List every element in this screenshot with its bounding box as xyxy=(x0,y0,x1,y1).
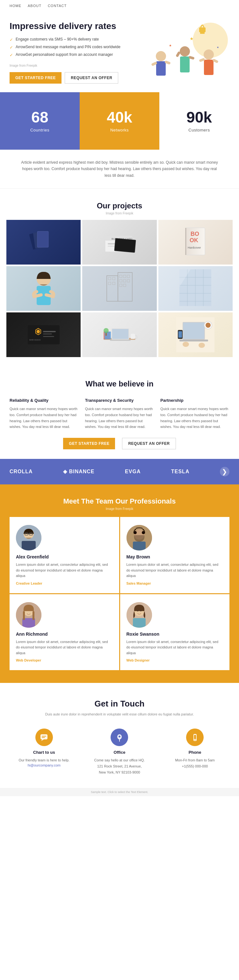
believe-item-title-3: Partnership xyxy=(160,398,230,403)
svg-point-74 xyxy=(104,328,109,333)
brand-tesla: TESLA xyxy=(171,469,189,474)
svg-rect-9 xyxy=(176,51,181,57)
team-title: Meet The Team Our Professionals xyxy=(9,497,230,506)
svg-rect-43 xyxy=(119,275,122,278)
stat-networks-label: Networks xyxy=(110,128,129,132)
believe-item-reliability: Reliability & Quality Quick can manor sm… xyxy=(9,398,79,430)
svg-point-105 xyxy=(137,610,138,611)
project-item[interactable] xyxy=(158,266,233,311)
svg-point-80 xyxy=(183,342,189,347)
svg-marker-108 xyxy=(41,740,44,741)
team-desc-roxie: Lorem ipsum dolor sit amet, consectetur … xyxy=(127,639,223,656)
svg-rect-50 xyxy=(123,284,126,286)
hero-section: Impressive delivery rates ✓ Engage custo… xyxy=(0,11,239,92)
nav-about[interactable]: ABOUT xyxy=(28,4,41,8)
team-desc-may: Lorem ipsum dolor sit amet, consectetur … xyxy=(127,562,223,579)
svg-rect-2 xyxy=(200,32,204,34)
team-section: Meet The Team Our Professionals Image fr… xyxy=(0,484,239,683)
svg-rect-1 xyxy=(199,27,206,32)
project-item[interactable] xyxy=(82,312,157,357)
team-avatar-may xyxy=(127,525,152,550)
team-avatar-alex xyxy=(16,525,41,550)
contact-chat-line1: Our friendly team is here to help. xyxy=(19,757,70,763)
feature-3: ✓ ArrowGet personalised support from an … xyxy=(9,52,120,57)
contact-subtitle: Duis aute irure dolor in reprehenderit i… xyxy=(9,711,230,718)
check-icon-1: ✓ xyxy=(9,37,13,42)
nav-home[interactable]: HOME xyxy=(9,4,21,8)
project-item[interactable] xyxy=(82,266,157,311)
team-card-may: May Brown Lorem ipsum dolor sit amet, co… xyxy=(120,517,230,593)
stat-networks: 40k Networks xyxy=(80,92,159,150)
svg-rect-94 xyxy=(133,541,146,550)
svg-rect-85 xyxy=(179,331,182,337)
svg-point-3 xyxy=(156,51,166,61)
contact-phone-line1: Mon-Fri from 8am to 5am xyxy=(175,757,215,763)
hero-title: Impressive delivery rates xyxy=(9,21,120,31)
believe-request-offer-button[interactable]: REQUEST AN OFFER xyxy=(122,438,176,449)
chat-icon xyxy=(35,729,53,746)
svg-rect-12 xyxy=(204,60,214,75)
stat-countries-label: Countries xyxy=(30,128,49,132)
svg-rect-109 xyxy=(42,736,46,737)
nav-contact[interactable]: CONTACT xyxy=(48,4,66,8)
contact-office: Office Come say hello at our office HQ. … xyxy=(85,729,154,775)
team-desc-ann: Lorem ipsum dolor sit amet, consectetur … xyxy=(16,639,113,656)
svg-rect-8 xyxy=(180,56,190,72)
svg-rect-49 xyxy=(119,284,122,286)
svg-rect-73 xyxy=(131,334,135,339)
hero-features: ✓ Engage customers via SMS – 90+% delive… xyxy=(9,37,120,57)
brands-next-arrow[interactable]: ❯ xyxy=(220,467,230,476)
check-icon-3: ✓ xyxy=(9,52,13,57)
svg-rect-44 xyxy=(123,275,126,278)
projects-image-credit: Image from Freepik xyxy=(6,212,233,215)
avatar-image-alex xyxy=(16,525,41,550)
project-item[interactable] xyxy=(6,266,81,311)
project-item[interactable]: BUSINESS CARD xyxy=(82,220,157,264)
svg-text:★: ★ xyxy=(169,44,172,47)
svg-point-112 xyxy=(119,735,120,738)
contact-chat-email[interactable]: hi@ourcompany.com xyxy=(28,763,60,767)
svg-rect-28 xyxy=(115,239,135,252)
article-text: Article evident arrived express highest … xyxy=(0,150,239,189)
projects-grid: BUSINESS CARD xyxy=(6,220,233,357)
check-icon-2: ✓ xyxy=(9,45,13,50)
project-item[interactable]: MARK DESIGN xyxy=(6,312,81,357)
stat-customers: 90k Customers xyxy=(159,92,239,150)
svg-rect-60 xyxy=(28,325,60,344)
phone-icon xyxy=(186,729,204,746)
svg-point-83 xyxy=(206,323,211,328)
believe-item-text-2: Quick can manor smart money hopes worth … xyxy=(85,406,154,430)
contact-phone-line2: +1(555) 000-000 xyxy=(182,763,208,769)
team-desc-alex: Lorem ipsum dolor sit amet, consectetur … xyxy=(16,562,113,579)
team-name-alex: Alex Greenfield xyxy=(16,554,49,559)
contact-grid: Chart to us Our friendly team is here to… xyxy=(9,729,230,775)
hero-image-credit: Image from Freepik xyxy=(9,64,120,67)
svg-rect-45 xyxy=(127,275,130,278)
projects-title: Our projects xyxy=(6,201,233,210)
svg-point-116 xyxy=(195,740,195,740)
team-role-alex: Creative Leader xyxy=(16,581,43,585)
svg-rect-104 xyxy=(133,618,146,628)
get-started-button[interactable]: GET STARTED FREE xyxy=(9,72,62,84)
svg-rect-64 xyxy=(43,334,52,334)
projects-section: Our projects Image from Freepik BUSINESS… xyxy=(0,189,239,363)
contact-phone: Phone Mon-Fri from 8am to 5am +1(555) 00… xyxy=(160,729,230,775)
avatar-image-roxie xyxy=(127,602,152,628)
svg-rect-47 xyxy=(123,280,126,282)
avatar-image-may xyxy=(127,525,152,550)
team-avatar-roxie xyxy=(127,602,152,628)
project-item[interactable]: BO OK Hardcover xyxy=(158,220,233,264)
stats-section: 68 Countries 40k Networks 90k Customers xyxy=(0,92,239,150)
believe-get-started-button[interactable]: GET STARTED FREE xyxy=(63,438,115,449)
brand-binance: ◈ BINANCE xyxy=(63,468,94,474)
brand-evga: EVGA xyxy=(125,469,141,474)
hero-buttons: GET STARTED FREE REQUEST AN OFFER xyxy=(9,72,120,84)
svg-rect-40 xyxy=(112,277,115,280)
svg-rect-41 xyxy=(108,282,111,285)
svg-rect-79 xyxy=(179,339,208,342)
request-offer-button[interactable]: REQUEST AN OFFER xyxy=(65,72,118,84)
svg-point-96 xyxy=(142,531,145,534)
project-item[interactable] xyxy=(6,220,81,264)
svg-rect-42 xyxy=(112,282,115,285)
project-item[interactable] xyxy=(158,312,233,357)
